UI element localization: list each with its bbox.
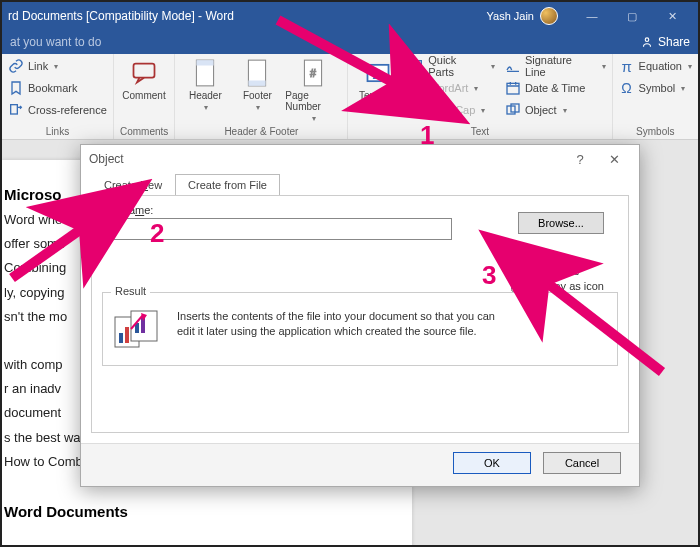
group-text: A Text Box▾ Quick Parts▾ A WordArt▾ A Dr… [348, 54, 612, 139]
ok-button[interactable]: OK [453, 452, 531, 474]
group-label: Symbols [619, 125, 692, 139]
tab-create-new[interactable]: CCreate Newreate New [91, 174, 175, 196]
result-text: Inserts the contents of the file into yo… [177, 309, 507, 339]
equation-button[interactable]: π Equation▾ [619, 56, 692, 76]
svg-point-0 [645, 38, 649, 42]
dialog-panel: File name: *.* Browse... Link to file Di… [91, 195, 629, 433]
avatar [540, 7, 558, 25]
tellme-bar: at you want to do Share [2, 30, 698, 54]
close-button[interactable]: ✕ [652, 4, 692, 28]
signatureline-button[interactable]: Signature Line▾ [505, 56, 606, 76]
svg-text:A: A [410, 103, 419, 118]
svg-rect-11 [411, 61, 422, 72]
dialog-help-button[interactable]: ? [563, 152, 597, 167]
svg-text:A: A [409, 81, 418, 95]
object-dialog: Object ? ✕ CCreate Newreate New Create f… [80, 144, 640, 487]
dialog-titlebar: Object ? ✕ [81, 145, 639, 173]
quickparts-icon [408, 58, 424, 74]
group-label: Text [354, 125, 605, 139]
share-icon [640, 35, 654, 49]
window-title: rd Documents [Compatibility Mode] - Word [8, 9, 234, 23]
group-comments: Comment Comments [114, 54, 175, 139]
symbol-button[interactable]: Ω Symbol▾ [619, 78, 692, 98]
dropcap-icon: A [408, 102, 424, 118]
wordart-button[interactable]: A WordArt▾ [408, 78, 495, 98]
browse-button[interactable]: Browse... [518, 212, 604, 234]
footer-icon [242, 58, 272, 88]
comment-button[interactable]: Comment [120, 56, 168, 101]
symbol-icon: Ω [619, 80, 635, 96]
cancel-button[interactable]: Cancel [543, 452, 621, 474]
minimize-button[interactable]: — [572, 4, 612, 28]
tab-create-from-file[interactable]: Create from File [175, 174, 280, 196]
pagenumber-icon: # [298, 58, 328, 88]
link-icon [8, 58, 24, 74]
equation-icon: π [619, 58, 635, 74]
datetime-button[interactable]: Date & Time [505, 78, 606, 98]
dropcap-button[interactable]: A Drop Cap▾ [408, 100, 495, 120]
object-button[interactable]: Object▾ [505, 100, 606, 120]
comment-icon [129, 58, 159, 88]
dialog-buttons: OK Cancel [81, 443, 639, 486]
display-as-icon-checkbox[interactable]: Display as icon [511, 279, 604, 292]
svg-text:A: A [374, 67, 382, 80]
ribbon: Link▾ Bookmark Cross-reference Links Com… [2, 54, 698, 140]
quickparts-button[interactable]: Quick Parts▾ [408, 56, 495, 76]
svg-rect-14 [507, 83, 519, 94]
svg-rect-2 [134, 64, 155, 78]
share-button[interactable]: Share [640, 35, 690, 49]
result-icon [113, 309, 163, 351]
file-name-input[interactable] [102, 218, 452, 240]
header-icon [190, 58, 220, 88]
result-box: Result Inserts the contents of the file … [102, 292, 618, 366]
svg-text:#: # [310, 67, 316, 79]
user-name: Yash Jain [487, 10, 535, 22]
titlebar: rd Documents [Compatibility Mode] - Word… [2, 2, 698, 30]
svg-rect-4 [197, 60, 214, 65]
wordart-icon: A [408, 80, 424, 96]
pagenumber-button[interactable]: # Page Number▾ [285, 56, 341, 123]
group-symbols: π Equation▾ Ω Symbol▾ Symbols [613, 54, 698, 139]
header-button[interactable]: Header▾ [181, 56, 229, 112]
group-label: Header & Footer [181, 125, 341, 139]
signature-icon [505, 58, 521, 74]
object-icon [505, 102, 521, 118]
bookmark-icon [8, 80, 24, 96]
textbox-icon: A [363, 58, 393, 88]
svg-rect-19 [119, 333, 123, 343]
link-button[interactable]: Link▾ [8, 56, 107, 76]
datetime-icon [505, 80, 521, 96]
crossref-icon [8, 102, 24, 118]
dialog-title: Object [89, 152, 124, 166]
footer-button[interactable]: Footer▾ [233, 56, 281, 112]
maximize-button[interactable]: ▢ [612, 4, 652, 28]
dialog-close-button[interactable]: ✕ [597, 152, 631, 167]
svg-rect-6 [249, 81, 266, 86]
group-label: Comments [120, 125, 168, 139]
dialog-tabs: CCreate Newreate New Create from File [81, 173, 639, 195]
heading: Word Documents [4, 503, 392, 520]
user-area[interactable]: Yash Jain [487, 7, 559, 25]
bookmark-button[interactable]: Bookmark [8, 78, 107, 98]
tellme-text[interactable]: at you want to do [10, 35, 101, 49]
group-headerfooter: Header▾ Footer▾ # Page Number▾ Header & … [175, 54, 348, 139]
textbox-button[interactable]: A Text Box▾ [354, 56, 402, 112]
share-label: Share [658, 35, 690, 49]
svg-rect-1 [11, 105, 18, 114]
crossref-button[interactable]: Cross-reference [8, 100, 107, 120]
link-to-file-checkbox[interactable]: Link to file [511, 264, 604, 277]
group-links: Link▾ Bookmark Cross-reference Links [2, 54, 114, 139]
group-label: Links [8, 125, 107, 139]
result-legend: Result [111, 285, 150, 297]
svg-rect-20 [125, 327, 129, 343]
